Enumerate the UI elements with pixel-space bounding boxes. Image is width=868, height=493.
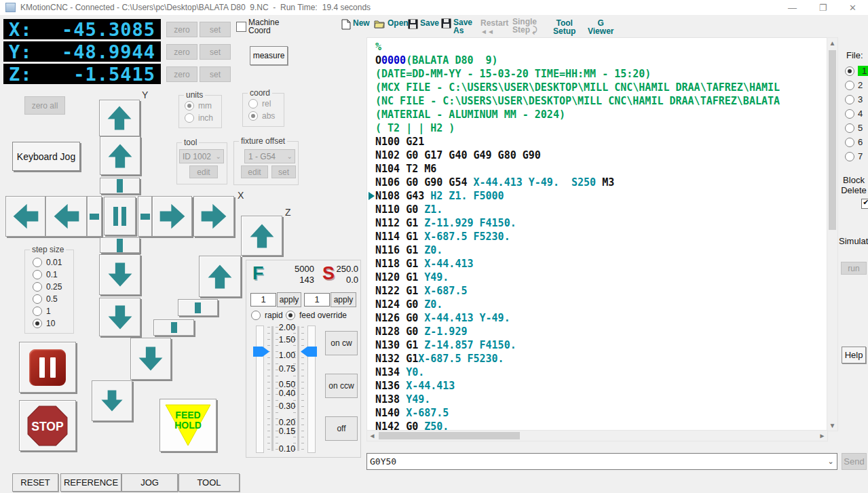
jog-z-minus-button[interactable]	[130, 338, 171, 380]
jog-x-plus-step-button[interactable]	[138, 196, 152, 237]
gcode-line[interactable]: N120 G1 Y49.	[375, 271, 780, 284]
scroll-left-icon[interactable]: ◄	[367, 431, 377, 441]
save-as-button[interactable]: SaveAs	[441, 18, 472, 35]
gcode-hscrollbar[interactable]: ◄ ►	[366, 430, 828, 441]
gcode-line[interactable]: %	[375, 40, 780, 54]
gcode-line[interactable]: N102 G0 G17 G40 G49 G80 G90	[375, 149, 780, 162]
gcode-line[interactable]: N124 G0 Z0.	[375, 298, 780, 311]
gcode-line[interactable]: O0000(BALATA D80 9)	[375, 54, 780, 67]
file-radio-4[interactable]: 4	[845, 109, 863, 119]
restart-button[interactable]: Restart◄◄	[480, 19, 508, 36]
gcode-line[interactable]: N108 G43 H2 Z1. F5000	[375, 189, 780, 203]
zero-y-button[interactable]: zero	[166, 44, 197, 60]
zero-all-button[interactable]: zero all	[24, 96, 65, 115]
gcode-line[interactable]: N130 G1 Z-14.857 F4150.	[375, 338, 780, 352]
pause-button[interactable]	[19, 342, 76, 393]
spindle-on-cw-button[interactable]: on cw	[325, 331, 358, 355]
set-y-button[interactable]: set	[200, 44, 231, 60]
step-0.1-radio[interactable]	[33, 270, 42, 279]
gcode-line[interactable]: N110 G0 Z1.	[375, 203, 780, 216]
step-1-radio[interactable]	[33, 307, 42, 316]
close-button[interactable]: ✕	[837, 0, 868, 15]
feed-hold-button[interactable]: FEED HOLD	[159, 399, 216, 452]
fixture-edit-button[interactable]: edit	[241, 165, 268, 178]
jog-z-plus-button[interactable]	[199, 256, 241, 297]
jog-x-plus-fast-button[interactable]	[193, 196, 234, 237]
gcode-line[interactable]: N128 G0 Z-1.929	[375, 325, 780, 338]
jog-x-minus-button[interactable]	[45, 196, 87, 237]
scroll-down-icon[interactable]: ▼	[827, 420, 837, 431]
jog-y-plus-button[interactable]	[100, 136, 140, 175]
gcode-line[interactable]: N106 G0 G90 G54 X-44.413 Y-49. S250 M3	[375, 176, 780, 189]
gcode-line[interactable]: N138 Y49.	[375, 393, 780, 406]
jog-y-plus-step-button[interactable]	[100, 178, 140, 194]
gcode-line[interactable]: N112 G1 Z-11.929 F4150.	[375, 216, 780, 230]
spindle-override-slider[interactable]	[307, 326, 316, 453]
gcode-line[interactable]: N140 X-687.5	[375, 406, 780, 420]
fixture-set-button[interactable]: set	[271, 165, 296, 178]
rapid-radio[interactable]	[251, 311, 261, 320]
minimize-button[interactable]: —	[777, 0, 808, 15]
g-viewer-button[interactable]: GViewer	[588, 19, 614, 35]
gcode-line[interactable]: N100 G21	[375, 135, 780, 149]
gcode-editor[interactable]: %O0000(BALATA D80 9)(DATE=DD-MM-YY - 15-…	[366, 37, 828, 431]
tool-tab-button[interactable]: TOOL	[178, 473, 240, 492]
gcode-line[interactable]: (DATE=DD-MM-YY - 15-03-20 TIME=HH:MM - 1…	[375, 67, 780, 81]
hscroll-thumb[interactable]	[379, 432, 520, 439]
measure-button[interactable]: measure	[250, 46, 288, 65]
gcode-line[interactable]: N122 G1 X-687.5	[375, 284, 780, 298]
gcode-line[interactable]: N132 G1X-687.5 F5230.	[375, 352, 780, 366]
fixture-offset-select[interactable]: 1 - G54 ⌄	[244, 149, 295, 163]
save-button[interactable]: Save	[408, 19, 439, 29]
spindle-apply-button[interactable]: apply	[331, 292, 356, 307]
tool-setup-button[interactable]: ToolSetup	[553, 19, 575, 35]
gcode-line[interactable]: (NC FILE - C:\USERS\USER\DESKTOP\MILL CN…	[375, 94, 780, 108]
file-radio-2[interactable]: 2	[845, 80, 863, 90]
mdi-combobox[interactable]: G0Y50 ⌄	[366, 453, 837, 470]
scroll-right-icon[interactable]: ►	[817, 431, 827, 441]
jog-stop-button[interactable]	[104, 197, 136, 235]
set-z-button[interactable]: set	[200, 66, 231, 82]
vscroll-thumb[interactable]	[829, 50, 836, 230]
spindle-input[interactable]: 1	[304, 293, 330, 307]
reference-button[interactable]: REFERENCE	[60, 473, 121, 492]
single-step-button[interactable]: SingleStep ⤸	[512, 18, 537, 34]
file-radio-3[interactable]: 3	[845, 94, 863, 104]
jog-x-minus-step-button[interactable]	[87, 196, 102, 237]
step-0.01-radio[interactable]	[33, 258, 42, 267]
jog-z-minus-step-button[interactable]	[153, 319, 194, 336]
zero-x-button[interactable]: zero	[166, 22, 197, 37]
gcode-line[interactable]: N118 G1 X-44.413	[375, 257, 780, 271]
step-0.25-radio[interactable]	[33, 282, 42, 292]
jog-y-plus-fast-button[interactable]	[99, 100, 140, 136]
gcode-line[interactable]: N114 G1 X-687.5 F5230.	[375, 230, 780, 243]
file-radio-7[interactable]: 7	[845, 151, 863, 161]
gcode-line[interactable]: N116 G1 Z0.	[375, 243, 780, 257]
reset-button[interactable]: RESET	[12, 473, 58, 492]
open-button[interactable]: Open	[374, 19, 409, 28]
tool-edit-button[interactable]: edit	[189, 165, 218, 178]
gcode-line[interactable]: (MATERIAL - ALUMINUM MM - 2024)	[375, 108, 780, 121]
machine-coord-checkbox[interactable]	[236, 22, 246, 32]
units-mm-radio[interactable]	[185, 101, 194, 111]
feed-override-slider[interactable]	[256, 326, 264, 453]
gcode-line[interactable]: N104 T2 M6	[375, 162, 780, 176]
scroll-up-icon[interactable]: ▲	[827, 38, 837, 48]
jog-y-minus-button[interactable]	[99, 254, 140, 295]
jog-z-minus-fast-button[interactable]	[92, 380, 132, 421]
jog-x-minus-fast-button[interactable]	[5, 196, 45, 237]
coord-abs-radio[interactable]	[248, 111, 258, 121]
units-inch-radio[interactable]	[185, 113, 194, 123]
spindle-off-button[interactable]: off	[325, 416, 358, 441]
set-x-button[interactable]: set	[200, 22, 231, 37]
file-radio-6[interactable]: 6	[845, 137, 863, 147]
zero-z-button[interactable]: zero	[166, 66, 197, 82]
file-radio-5[interactable]: 5	[845, 123, 863, 133]
jog-y-minus-step-button[interactable]	[100, 237, 140, 253]
gcode-line[interactable]: N136 X-44.413	[375, 379, 780, 393]
new-button[interactable]: New	[341, 19, 370, 30]
file-radio-1[interactable]: 1	[845, 66, 868, 76]
stop-button[interactable]: STOP	[19, 400, 76, 451]
feed-override-radio[interactable]	[286, 311, 295, 320]
gcode-vscrollbar[interactable]: ▲ ▼	[827, 37, 838, 431]
